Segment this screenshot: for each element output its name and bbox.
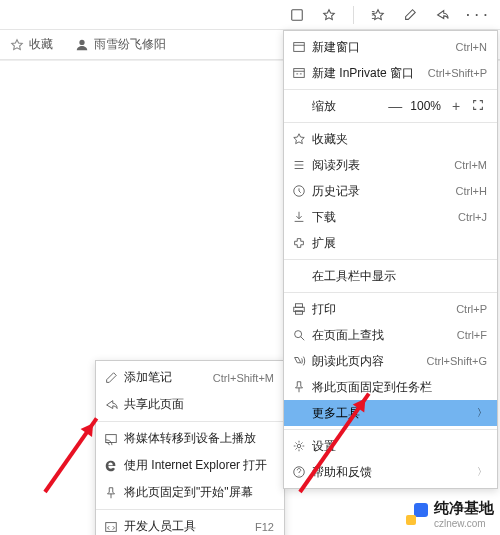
menu-history[interactable]: 历史记录 Ctrl+H — [284, 178, 497, 204]
menu-favorites[interactable]: 收藏夹 — [284, 126, 497, 152]
history-icon — [292, 184, 312, 198]
submenu-add-notes[interactable]: 添加笔记 Ctrl+Shift+M — [96, 364, 284, 391]
list-icon — [292, 158, 312, 172]
print-icon — [292, 302, 312, 316]
more-button[interactable]: · · · — [466, 8, 488, 22]
zoom-value: 100% — [406, 99, 445, 113]
share-icon[interactable] — [434, 7, 450, 23]
svg-point-8 — [295, 331, 302, 338]
submenu-cast[interactable]: 将媒体转移到设备上播放 — [96, 425, 284, 452]
watermark: 纯净基地 czlnew.com — [406, 499, 494, 529]
menu-read-aloud[interactable]: 朗读此页内容 Ctrl+Shift+G — [284, 348, 497, 374]
share-icon — [104, 398, 124, 412]
menu-zoom: 缩放 — 100% + — [284, 93, 497, 119]
submenu-share[interactable]: 共享此页面 — [96, 391, 284, 418]
inprivate-icon — [292, 66, 312, 80]
brand-name: 纯净基地 — [434, 499, 494, 518]
reading-icon[interactable] — [289, 7, 305, 23]
menu-divider — [96, 509, 284, 510]
svg-rect-12 — [106, 522, 117, 531]
devtools-icon — [104, 520, 124, 534]
menu-new-inprivate[interactable]: 新建 InPrivate 窗口 Ctrl+Shift+P — [284, 60, 497, 86]
svg-point-1 — [79, 39, 84, 44]
fullscreen-button[interactable] — [467, 98, 489, 115]
svg-rect-0 — [292, 9, 303, 20]
chevron-right-icon: 〉 — [477, 465, 487, 479]
menu-new-window[interactable]: 新建窗口 Ctrl+N — [284, 34, 497, 60]
menu-reading-list[interactable]: 阅读列表 Ctrl+M — [284, 152, 497, 178]
menu-divider — [284, 292, 497, 293]
brand-url: czlnew.com — [434, 518, 494, 529]
read-aloud-icon — [292, 354, 312, 368]
submenu-devtools[interactable]: 开发人员工具 F12 — [96, 513, 284, 535]
menu-find[interactable]: 在页面上查找 Ctrl+F — [284, 322, 497, 348]
favorites-label: 收藏 — [29, 36, 53, 53]
menu-pin-taskbar[interactable]: 将此页面固定到任务栏 — [284, 374, 497, 400]
search-icon — [292, 328, 312, 342]
gear-icon — [292, 439, 312, 453]
menu-print[interactable]: 打印 Ctrl+P — [284, 296, 497, 322]
menu-divider — [284, 89, 497, 90]
menu-divider — [284, 429, 497, 430]
ie-icon — [104, 459, 124, 473]
window-icon — [292, 40, 312, 54]
star-icon — [292, 132, 312, 146]
submenu-open-ie[interactable]: 使用 Internet Explorer 打开 — [96, 452, 284, 479]
bookmark-label: 雨雪纷飞修阳 — [94, 36, 166, 53]
zoom-in-button[interactable]: + — [445, 98, 467, 114]
svg-rect-2 — [294, 43, 305, 52]
menu-divider — [284, 259, 497, 260]
menu-downloads[interactable]: 下载 Ctrl+J — [284, 204, 497, 230]
titlebar: · · · — [0, 0, 500, 30]
menu-show-toolbar[interactable]: 在工具栏中显示 — [284, 263, 497, 289]
submenu-pin-start[interactable]: 将此页固定到"开始"屏幕 — [96, 479, 284, 506]
menu-settings[interactable]: 设置 — [284, 433, 497, 459]
svg-point-9 — [297, 444, 301, 448]
chevron-right-icon: 〉 — [477, 406, 487, 420]
zoom-out-button[interactable]: — — [384, 98, 406, 114]
more-tools-submenu: 添加笔记 Ctrl+Shift+M 共享此页面 将媒体转移到设备上播放 使用 I… — [95, 360, 285, 535]
extension-icon — [292, 236, 312, 250]
download-icon — [292, 210, 312, 224]
notes-icon[interactable] — [402, 7, 418, 23]
bookmark-item[interactable]: 雨雪纷飞修阳 — [75, 36, 166, 53]
menu-extensions[interactable]: 扩展 — [284, 230, 497, 256]
menu-divider — [284, 122, 497, 123]
brand-logo — [406, 503, 428, 525]
favorites-hub-icon[interactable] — [370, 7, 386, 23]
favorite-icon[interactable] — [321, 7, 337, 23]
menu-divider — [96, 421, 284, 422]
cast-icon — [104, 432, 124, 446]
pin-icon — [292, 380, 312, 394]
pen-icon — [104, 371, 124, 385]
svg-rect-5 — [296, 304, 303, 308]
menu-more-tools[interactable]: 更多工具 〉 — [284, 400, 497, 426]
svg-rect-3 — [294, 69, 305, 78]
favorites-toggle[interactable]: 收藏 — [10, 36, 53, 53]
pin-icon — [104, 486, 124, 500]
separator — [353, 6, 354, 24]
more-menu: 新建窗口 Ctrl+N 新建 InPrivate 窗口 Ctrl+Shift+P… — [283, 30, 498, 489]
